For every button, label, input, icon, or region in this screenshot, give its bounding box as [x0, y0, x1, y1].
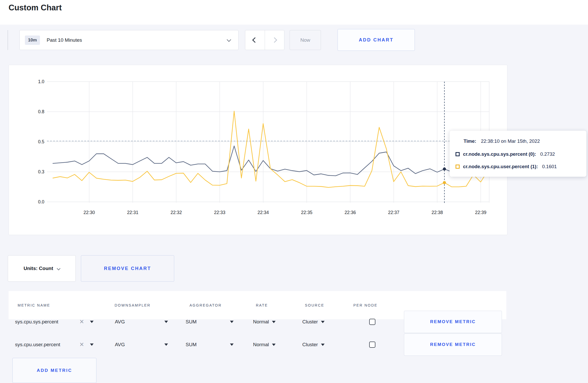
rate-value: Normal	[253, 342, 269, 347]
y-tick-label: 0.0	[38, 199, 45, 204]
x-tick-label: 22:34	[257, 210, 269, 215]
time-step-buttons	[245, 30, 284, 50]
toolbar-divider	[8, 30, 8, 50]
tooltip-series-row: cr.node.sys.cpu.sys.percent (0): 0.2732	[456, 151, 555, 157]
x-tick-label: 22:30	[83, 210, 95, 215]
downsampler-select[interactable]: AVG	[115, 342, 125, 347]
metric-name-dropdown[interactable]	[90, 344, 94, 346]
column-header-aggregator: AGGREGATOR	[190, 303, 222, 307]
tooltip-time-value: 22:38:10 on Mar 15th, 2022	[481, 138, 540, 144]
caret-down-icon	[230, 321, 234, 323]
series-line	[53, 111, 488, 188]
series-swatch-icon	[456, 152, 460, 156]
x-tick-label: 22:37	[388, 210, 400, 215]
source-value: Cluster	[302, 319, 318, 325]
chart-tooltip: Time:22:38:10 on Mar 15th, 2022 cr.node.…	[450, 131, 586, 177]
clear-metric-icon[interactable]: ✕	[79, 341, 84, 348]
caret-down-icon	[164, 344, 168, 346]
tooltip-series-value: 0.1601	[542, 164, 557, 169]
caret-down-icon	[272, 344, 276, 346]
chevron-right-icon	[272, 37, 277, 43]
source-select[interactable]: Cluster	[302, 342, 325, 347]
per-node-checkbox[interactable]	[369, 319, 375, 325]
chart-card: 0.00.30.50.81.022:3022:3122:3222:3322:34…	[9, 65, 507, 235]
caret-down-icon	[230, 344, 234, 346]
units-label: Units: Count	[24, 266, 53, 271]
rate-select[interactable]: Normal	[253, 342, 276, 347]
x-tick-label: 22:32	[171, 210, 182, 215]
chevron-down-icon	[57, 267, 60, 270]
series-line	[53, 146, 488, 176]
y-tick-label: 0.8	[38, 109, 44, 114]
x-tick-label: 22:39	[475, 210, 486, 215]
top-band	[0, 0, 588, 25]
column-header-rate: RATE	[256, 303, 268, 307]
source-value: Cluster	[302, 342, 318, 347]
caret-down-icon	[321, 344, 325, 346]
y-tick-label: 0.3	[38, 169, 44, 174]
page-title: Custom Chart	[9, 3, 62, 12]
now-button[interactable]: Now	[290, 30, 321, 50]
hover-dot	[443, 167, 446, 171]
metric-name-value[interactable]: sys.cpu.user.percent	[15, 342, 60, 347]
add-chart-button[interactable]: ADD CHART	[338, 29, 415, 51]
tooltip-series-row: cr.node.sys.cpu.user.percent (1): 0.1601	[456, 164, 557, 169]
x-tick-label: 22:35	[301, 210, 312, 215]
prev-interval-button[interactable]	[245, 30, 265, 50]
source-select[interactable]: Cluster	[302, 319, 325, 325]
x-tick-label: 22:36	[345, 210, 356, 215]
per-node-cell	[369, 319, 375, 325]
tooltip-time-row: Time:22:38:10 on Mar 15th, 2022	[464, 138, 540, 144]
tooltip-series-value: 0.2732	[540, 151, 555, 157]
x-tick-label: 22:38	[432, 210, 443, 215]
rate-value: Normal	[253, 319, 269, 325]
next-interval-button[interactable]	[265, 30, 284, 50]
per-node-checkbox[interactable]	[369, 342, 375, 348]
caret-down-icon	[90, 321, 94, 323]
aggregator-dropdown[interactable]	[230, 344, 234, 346]
add-metric-button[interactable]: ADD METRIC	[12, 358, 96, 383]
time-range-label: Past 10 Minutes	[47, 37, 82, 43]
y-tick-label: 0.5	[38, 139, 44, 144]
units-select[interactable]: Units: Count	[8, 255, 76, 282]
chevron-left-icon	[252, 37, 258, 43]
x-tick-label: 22:33	[214, 210, 226, 215]
time-range-select[interactable]: 10m Past 10 Minutes	[19, 30, 239, 50]
aggregator-select[interactable]: SUM	[186, 342, 197, 347]
caret-down-icon	[272, 321, 276, 323]
rate-select[interactable]: Normal	[253, 319, 276, 325]
downsampler-dropdown[interactable]	[164, 344, 168, 346]
aggregator-select[interactable]: SUM	[186, 319, 197, 325]
downsampler-select[interactable]: AVG	[115, 319, 125, 325]
table-row: sys.cpu.sys.percent ✕ AVG SUM Normal Clu…	[9, 311, 506, 333]
metric-name-value[interactable]: sys.cpu.sys.percent	[15, 319, 58, 325]
x-tick-label: 22:31	[127, 210, 138, 215]
column-header-downsampler: DOWNSAMPLER	[115, 303, 151, 307]
tooltip-series-name: cr.node.sys.cpu.user.percent (1):	[463, 164, 538, 169]
column-header-source: SOURCE	[305, 303, 324, 307]
chevron-down-icon	[227, 38, 231, 42]
caret-down-icon	[321, 321, 325, 323]
remove-chart-button[interactable]: REMOVE CHART	[81, 255, 174, 282]
tooltip-time-label: Time:	[464, 138, 476, 144]
column-header-metric-name: METRIC NAME	[18, 303, 50, 307]
remove-metric-button[interactable]: REMOVE METRIC	[404, 311, 502, 333]
downsampler-dropdown[interactable]	[164, 321, 168, 323]
y-tick-label: 1.0	[38, 79, 45, 84]
column-header-per-node: PER NODE	[353, 303, 377, 307]
caret-down-icon	[90, 344, 94, 346]
table-row: sys.cpu.user.percent ✕ AVG SUM Normal Cl…	[9, 334, 506, 356]
aggregator-dropdown[interactable]	[230, 321, 234, 323]
series-swatch-icon	[456, 165, 460, 169]
hover-dot	[443, 181, 446, 184]
metric-name-dropdown[interactable]	[90, 321, 94, 323]
custom-chart-page: Custom Chart 10m Past 10 Minutes Now ADD…	[0, 0, 588, 383]
caret-down-icon	[164, 321, 168, 323]
clear-metric-icon[interactable]: ✕	[79, 318, 84, 325]
chart-svg[interactable]: 0.00.30.50.81.022:3022:3122:3222:3322:34…	[9, 65, 507, 235]
remove-metric-button[interactable]: REMOVE METRIC	[404, 334, 502, 356]
time-range-badge: 10m	[25, 36, 40, 45]
tooltip-series-name: cr.node.sys.cpu.sys.percent (0):	[463, 151, 536, 157]
per-node-cell	[369, 342, 375, 348]
